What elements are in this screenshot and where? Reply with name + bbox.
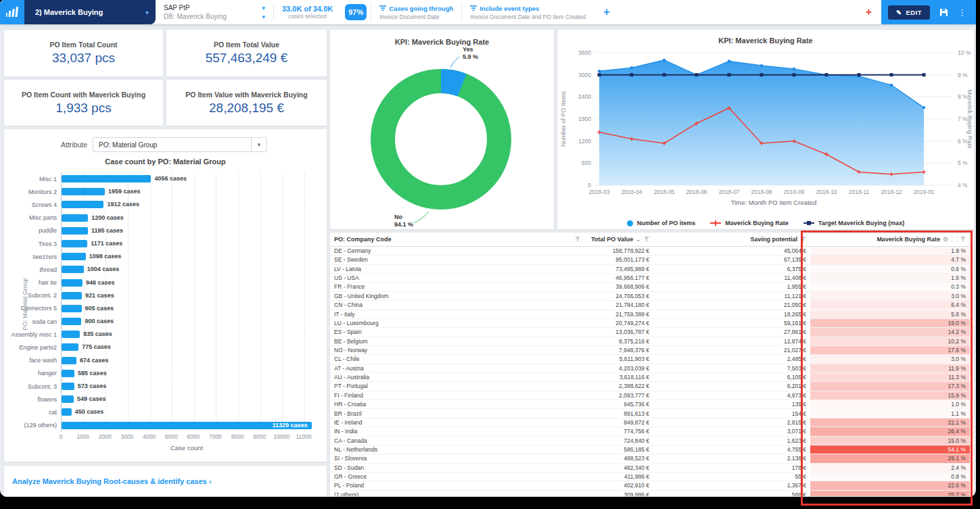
x-tick-label: 11000: [290, 433, 317, 440]
donut-leader-no: [414, 212, 429, 223]
table-row[interactable]: HR - Croatia 945,736 € 139 € 1.0 %: [330, 400, 974, 409]
table-row[interactable]: LU - Luxembourg 20,749,274 € 59,161 € 19…: [330, 319, 974, 328]
table-row[interactable]: IE - Ireland 849,872 € 2,815 € 22.1 %: [330, 418, 974, 427]
load-percentage-badge[interactable]: 97%: [345, 4, 367, 20]
datasource-block: SAP PtP ▾ DB: Maverick Buying ▾: [156, 0, 273, 24]
column-header-company-code[interactable]: PO: Company Code: [330, 236, 584, 243]
save-icon[interactable]: [939, 8, 948, 17]
bar[interactable]: [62, 227, 88, 235]
bar-row: thread 1004 cases: [4, 263, 327, 276]
legend-maverick-buying-rate[interactable]: Maverick Buying Rate: [710, 220, 789, 226]
table-row[interactable]: SD - Sudan 482,340 € 178 € 2.4 %: [330, 464, 974, 472]
donut-leader-yes: [450, 57, 459, 68]
table-row[interactable]: ES - Spain 13,036,787 € 27,861 € 14.2 %: [330, 328, 974, 337]
bar-category-label: face wash: [4, 357, 61, 364]
bar[interactable]: [62, 357, 76, 364]
bar[interactable]: [62, 370, 74, 377]
filter-icon[interactable]: [801, 237, 806, 242]
filter-icon[interactable]: [644, 237, 649, 242]
edit-button[interactable]: ✎ EDIT: [888, 5, 930, 20]
root-cause-link[interactable]: Analyze Maverick Buying Root-causes & id…: [12, 477, 212, 485]
bar-value-label: 1200 cases: [91, 214, 124, 222]
bar[interactable]: [62, 383, 74, 390]
attribute-label: Attribute: [61, 141, 87, 149]
table-row[interactable]: CA - Canada 724,840 € 1,623 € 15.0 %: [330, 437, 974, 445]
bar[interactable]: [62, 395, 74, 403]
bar[interactable]: [62, 343, 78, 351]
bar[interactable]: [62, 318, 81, 325]
cell-company-code: ES - Spain: [330, 328, 584, 336]
bar[interactable]: [62, 305, 82, 312]
filter-include-event-types[interactable]: Include event types Invoice Document Dat…: [462, 0, 594, 24]
bar[interactable]: [62, 175, 151, 183]
table-row[interactable]: IT - Italy 21,759,389 € 18,265 € 5.6 %: [330, 310, 974, 319]
table-row[interactable]: GB - United Kingdom 24,706,053 € 11,121 …: [330, 292, 974, 301]
bar[interactable]: [62, 279, 83, 287]
column-header-saving-potential[interactable]: Saving potential: [653, 236, 810, 243]
cell-maverick-buying-rate: 22.6 %: [810, 481, 970, 489]
table-row[interactable]: SI - Slovenia 488,523 € 2,138 € 29.1 %: [330, 454, 974, 463]
cell-company-code: GR - Greece: [330, 472, 584, 481]
cell-company-code: LU - Luxembourg: [330, 319, 584, 327]
table-row[interactable]: FI - Finland 2,093,777 € 4,973 € 15.9 %: [330, 391, 974, 400]
table-row[interactable]: DE - Germany 158,778,922 € 45,064 € 1.9 …: [330, 247, 974, 256]
datasource-primary[interactable]: SAP PtP ▾: [164, 4, 265, 11]
table-row[interactable]: (2 others) 309,886 € 588 € 25.7 %: [330, 491, 974, 497]
app-logo[interactable]: [0, 0, 24, 24]
legend-target-maverick-buying[interactable]: Target Maverick Buying (max): [803, 220, 904, 226]
table-row[interactable]: PL - Poland 402,910 € 1,367 € 22.6 %: [330, 481, 974, 490]
bar[interactable]: [62, 331, 80, 338]
table-row[interactable]: NL - Netherlands 586,185 € 4,755 € 54.1 …: [330, 445, 974, 454]
svg-text:3600: 3600: [578, 49, 591, 56]
bar[interactable]: [62, 266, 84, 273]
table-row[interactable]: BE - Belgium 8,375,216 € 12,874 € 10.2 %: [330, 337, 974, 346]
bar[interactable]: [62, 408, 72, 416]
bar-value-label: 921 cases: [85, 292, 114, 299]
bar-row: Tires 3 1171 cases: [4, 237, 327, 250]
add-filter-button[interactable]: +: [594, 6, 619, 18]
bar[interactable]: [62, 240, 87, 247]
bar[interactable]: [62, 292, 82, 299]
table-row[interactable]: BR - Brazil 891,613 € 154 € 1.1 %: [330, 409, 974, 418]
bar-row: Connectors 5 905 cases: [4, 302, 327, 315]
cell-total-po-value: 2,093,777 €: [584, 391, 653, 399]
bar[interactable]: [62, 188, 105, 195]
table-row[interactable]: FR - France 39,668,906 € 1,955 € 0.3 %: [330, 283, 974, 291]
cell-maverick-buying-rate: 25.7 %: [810, 491, 970, 497]
svg-text:6 %: 6 %: [958, 138, 968, 145]
table-row[interactable]: AT - Austria 4,203,039 € 7,503 € 11.9 %: [330, 364, 974, 373]
cell-total-po-value: 891,613 €: [584, 410, 653, 418]
bar[interactable]: [62, 214, 88, 222]
table-row[interactable]: US - USA 46,956,177 € 11,408 € 1.6 %: [330, 274, 974, 283]
table-row[interactable]: LV - Latvia 73,495,989 € 6,375 € 0.6 %: [330, 265, 974, 274]
table-row[interactable]: AU - Australia 3,618,116 € 6,105 € 11.3 …: [330, 373, 974, 382]
datasource-secondary[interactable]: DB: Maverick Buying ▾: [164, 13, 265, 20]
bar[interactable]: [62, 253, 86, 260]
add-sheet-button[interactable]: +: [856, 6, 881, 18]
table-row[interactable]: IN - India 774,756 € 3,071 € 26.4 %: [330, 427, 974, 436]
attribute-select[interactable]: PO: Material Group ▾: [93, 137, 267, 152]
cell-saving-potential: 67,135 €: [653, 256, 810, 264]
cell-company-code: IT - Italy: [330, 310, 584, 318]
kebab-menu-icon[interactable]: ⋮: [958, 7, 966, 18]
filter-cases-going-through[interactable]: Cases going through Invoice Document Dat…: [371, 0, 461, 24]
donut-slice-no[interactable]: [383, 81, 499, 197]
filter-icon[interactable]: [575, 237, 580, 242]
bar[interactable]: 11329 cases: [62, 422, 312, 429]
table-row[interactable]: SE - Sweden 95,001,173 € 67,135 € 4.7 %: [330, 256, 974, 264]
column-header-maverick-buying-rate[interactable]: Maverick Buying Rate ⚙: [810, 236, 970, 243]
legend-number-of-po-items[interactable]: Number of PO items: [627, 220, 696, 226]
sort-desc-icon: ⌄: [636, 237, 640, 243]
table-row[interactable]: GR - Greece 411,986 € 55 € 0.8 %: [330, 472, 974, 481]
table-row[interactable]: CN - China 21,784,180 € 21,050 € 6.4 %: [330, 301, 974, 310]
svg-text:2018-08: 2018-08: [751, 189, 772, 195]
table-row[interactable]: CL - Chile 5,611,903 € 2,485 € 3.0 %: [330, 355, 974, 364]
column-header-total-po-value[interactable]: Total PO Value ⌄: [584, 236, 653, 243]
table-row[interactable]: PT - Portugal 2,388,622 € 6,201 € 17.3 %: [330, 382, 974, 391]
table-row[interactable]: NO - Norway 7,948,376 € 21,027 € 17.6 %: [330, 346, 974, 355]
gear-icon[interactable]: ⚙: [943, 236, 948, 243]
filter-icon[interactable]: [960, 237, 966, 242]
analysis-selector[interactable]: 2) Maverick Buying ▾: [24, 0, 156, 24]
expand-icon[interactable]: [952, 237, 957, 242]
bar[interactable]: [62, 201, 103, 208]
